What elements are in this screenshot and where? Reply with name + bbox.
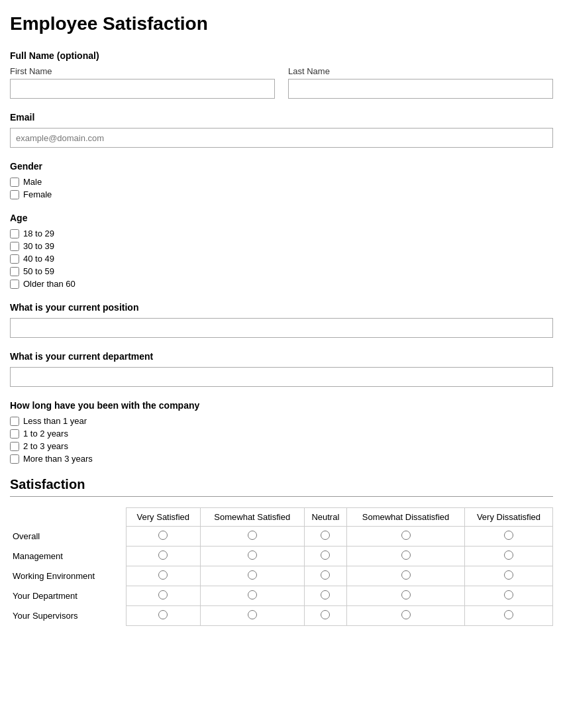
last-name-field: Last Name	[288, 66, 553, 99]
satisfaction-title: Satisfaction	[10, 477, 553, 497]
supervisors-very-satisfied-cell	[126, 606, 200, 626]
gender-male-radio[interactable]	[10, 178, 19, 187]
gender-label: Gender	[10, 161, 553, 172]
row-overall-label: Overall	[10, 527, 126, 546]
supervisors-somewhat-satisfied-radio[interactable]	[248, 610, 257, 619]
management-somewhat-satisfied-cell	[200, 546, 304, 566]
col-somewhat-dissatisfied: Somewhat Dissatisfied	[347, 508, 465, 527]
gender-female-item[interactable]: Female	[10, 189, 553, 199]
age-older-60-item[interactable]: Older than 60	[10, 279, 553, 289]
your-dept-somewhat-satisfied-radio[interactable]	[248, 590, 257, 599]
email-label: Email	[10, 112, 553, 123]
supervisors-somewhat-satisfied-cell	[200, 606, 304, 626]
overall-neutral-radio[interactable]	[321, 531, 330, 540]
working-env-very-dissatisfied-cell	[464, 566, 552, 586]
overall-very-satisfied-radio[interactable]	[158, 531, 168, 540]
age-18-29-item[interactable]: 18 to 29	[10, 229, 553, 238]
overall-somewhat-dissatisfied-radio[interactable]	[401, 531, 411, 540]
gender-radio-group: Male Female	[10, 177, 553, 199]
tenure-less-1-item[interactable]: Less than 1 year	[10, 416, 553, 426]
row-your-dept-label: Your Department	[10, 586, 126, 606]
management-very-satisfied-cell	[126, 546, 200, 566]
position-input[interactable]	[10, 318, 553, 338]
gender-male-label: Male	[23, 177, 42, 187]
gender-female-radio[interactable]	[10, 190, 19, 199]
tenure-1-2-radio[interactable]	[10, 429, 19, 439]
tenure-radio-group: Less than 1 year 1 to 2 years 2 to 3 yea…	[10, 416, 553, 464]
tenure-2-3-label: 2 to 3 years	[23, 441, 68, 451]
age-40-49-item[interactable]: 40 to 49	[10, 254, 553, 264]
last-name-input[interactable]	[288, 79, 553, 99]
email-section: Email	[10, 112, 553, 148]
working-env-somewhat-dissatisfied-radio[interactable]	[401, 570, 411, 580]
email-input[interactable]	[10, 128, 553, 148]
satisfaction-section: Satisfaction Very Satisfied Somewhat Sat…	[10, 477, 553, 626]
age-40-49-label: 40 to 49	[23, 254, 54, 264]
management-somewhat-dissatisfied-radio[interactable]	[401, 550, 411, 560]
col-very-dissatisfied: Very Dissatisfied	[464, 508, 552, 527]
working-env-very-dissatisfied-radio[interactable]	[504, 570, 513, 580]
age-50-59-radio[interactable]	[10, 267, 19, 276]
row-supervisors-label: Your Supervisors	[10, 606, 126, 626]
your-dept-very-satisfied-radio[interactable]	[158, 590, 168, 599]
table-row: Your Department	[10, 586, 553, 606]
working-env-neutral-cell	[304, 566, 346, 586]
age-older-60-radio[interactable]	[10, 280, 19, 289]
age-18-29-radio[interactable]	[10, 229, 19, 238]
age-label: Age	[10, 213, 553, 223]
management-somewhat-satisfied-radio[interactable]	[248, 550, 257, 560]
row-working-env-label: Working Environment	[10, 566, 126, 586]
col-very-satisfied: Very Satisfied	[126, 508, 200, 527]
supervisors-very-dissatisfied-radio[interactable]	[504, 610, 513, 619]
tenure-1-2-item[interactable]: 1 to 2 years	[10, 429, 553, 439]
your-dept-somewhat-dissatisfied-radio[interactable]	[401, 590, 411, 599]
working-env-very-satisfied-radio[interactable]	[158, 570, 168, 580]
working-env-very-satisfied-cell	[126, 566, 200, 586]
management-neutral-radio[interactable]	[321, 550, 330, 560]
management-very-dissatisfied-cell	[464, 546, 552, 566]
your-dept-somewhat-dissatisfied-cell	[347, 586, 465, 606]
management-very-satisfied-radio[interactable]	[158, 550, 168, 560]
age-40-49-radio[interactable]	[10, 254, 19, 264]
your-dept-very-dissatisfied-radio[interactable]	[504, 590, 513, 599]
tenure-2-3-item[interactable]: 2 to 3 years	[10, 441, 553, 451]
row-management-label: Management	[10, 546, 126, 566]
management-very-dissatisfied-radio[interactable]	[504, 550, 513, 560]
position-label: What is your current position	[10, 302, 553, 313]
gender-male-item[interactable]: Male	[10, 177, 553, 187]
tenure-more-3-radio[interactable]	[10, 454, 19, 464]
your-dept-very-dissatisfied-cell	[464, 586, 552, 606]
name-row: First Name Last Name	[10, 66, 553, 99]
your-dept-neutral-cell	[304, 586, 346, 606]
supervisors-very-satisfied-radio[interactable]	[158, 610, 168, 619]
overall-somewhat-satisfied-radio[interactable]	[248, 531, 257, 540]
age-30-39-radio[interactable]	[10, 242, 19, 251]
position-section: What is your current position	[10, 302, 553, 338]
overall-very-dissatisfied-radio[interactable]	[504, 531, 513, 540]
age-18-29-label: 18 to 29	[23, 229, 54, 238]
age-30-39-label: 30 to 39	[23, 241, 54, 251]
age-50-59-item[interactable]: 50 to 59	[10, 266, 553, 276]
age-radio-group: 18 to 29 30 to 39 40 to 49 50 to 59 Olde…	[10, 229, 553, 289]
your-dept-neutral-radio[interactable]	[321, 590, 330, 599]
age-30-39-item[interactable]: 30 to 39	[10, 241, 553, 251]
overall-very-dissatisfied-cell	[464, 527, 552, 546]
first-name-input[interactable]	[10, 79, 275, 99]
supervisors-neutral-radio[interactable]	[321, 610, 330, 619]
table-row-header-empty	[10, 508, 126, 527]
tenure-label: How long have you been with the company	[10, 400, 553, 411]
tenure-1-2-label: 1 to 2 years	[23, 429, 68, 439]
supervisors-somewhat-dissatisfied-radio[interactable]	[401, 610, 411, 619]
table-row: Working Environment	[10, 566, 553, 586]
working-env-neutral-radio[interactable]	[321, 570, 330, 580]
working-env-somewhat-satisfied-radio[interactable]	[248, 570, 257, 580]
tenure-section: How long have you been with the company …	[10, 400, 553, 464]
page-title: Employee Satisfaction	[10, 13, 553, 34]
department-input[interactable]	[10, 367, 553, 387]
tenure-more-3-item[interactable]: More than 3 years	[10, 454, 553, 464]
table-row: Overall	[10, 527, 553, 546]
tenure-2-3-radio[interactable]	[10, 442, 19, 451]
overall-somewhat-satisfied-cell	[200, 527, 304, 546]
working-env-somewhat-dissatisfied-cell	[347, 566, 465, 586]
tenure-less-1-radio[interactable]	[10, 417, 19, 426]
